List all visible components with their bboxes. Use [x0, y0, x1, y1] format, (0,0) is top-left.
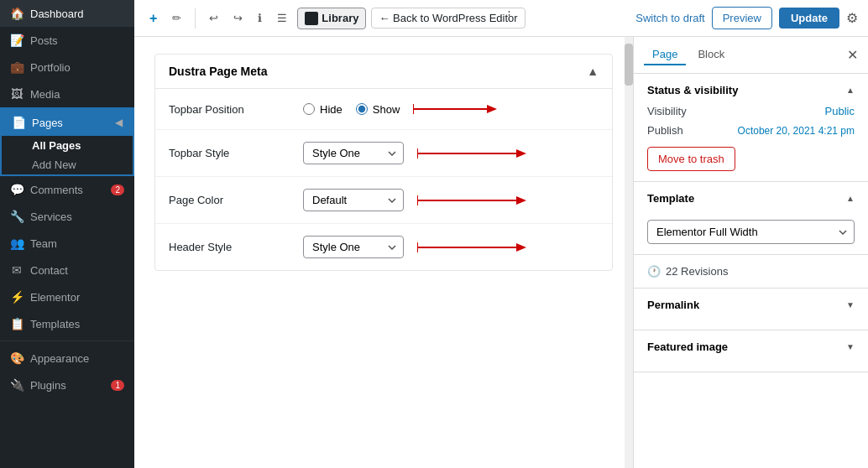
sidebar-item-pages[interactable]: 📄 Pages ◀	[2, 109, 133, 136]
tab-block[interactable]: Block	[689, 44, 733, 65]
sidebar: 🏠 Dashboard 📝 Posts 💼 Portfolio 🖼 Media …	[0, 0, 134, 468]
template-select[interactable]: Elementor Full Width Default Template Fu…	[647, 220, 855, 244]
permalink-header[interactable]: Permalink ▼	[647, 299, 855, 311]
scrollbar-thumb[interactable]	[625, 44, 633, 86]
sidebar-item-services[interactable]: 🔧 Services	[0, 203, 134, 230]
redo-button[interactable]: ↪	[228, 8, 248, 28]
chevron-up-icon: ▲	[846, 86, 855, 95]
sidebar-item-comments[interactable]: 💬 Comments 2	[0, 176, 134, 203]
gear-icon: ⚙	[846, 11, 858, 25]
meta-section: Dustra Page Meta ▲ Topbar Position Hide	[154, 54, 613, 271]
undo-button[interactable]: ↩	[204, 8, 223, 28]
svg-marker-8	[516, 196, 526, 205]
list-icon: ☰	[277, 12, 287, 24]
settings-button[interactable]: ⚙	[846, 10, 858, 26]
radio-hide[interactable]: Hide	[303, 103, 342, 116]
panel-header: Page Block ✕	[634, 37, 868, 74]
sidebar-item-team[interactable]: 👥 Team	[0, 230, 134, 257]
dashboard-icon: 🏠	[10, 7, 24, 20]
add-block-button[interactable]: +	[144, 8, 162, 29]
revisions-clock-icon: 🕐	[647, 265, 661, 278]
tab-page[interactable]: Page	[644, 44, 686, 65]
library-button[interactable]: Library	[297, 8, 366, 29]
status-visibility-header[interactable]: Status & visibility ▲	[647, 84, 855, 96]
edit-button[interactable]: ✏	[167, 8, 186, 28]
scrollbar-track[interactable]	[625, 37, 633, 468]
page-color-select[interactable]: Default Dark Light	[303, 189, 404, 211]
plugins-icon: 🔌	[10, 378, 24, 392]
preview-button[interactable]: Preview	[712, 7, 772, 29]
template-header[interactable]: Template ▲	[647, 192, 855, 205]
visibility-label: Visibility	[647, 105, 687, 117]
svg-marker-1	[487, 105, 497, 113]
library-label: Library	[322, 12, 358, 24]
sidebar-item-templates[interactable]: 📋 Templates	[0, 310, 134, 337]
revisions-row[interactable]: 🕐 22 Revisions	[647, 265, 855, 278]
annotation-arrow-page-color	[417, 192, 526, 209]
meta-collapse-icon[interactable]: ▲	[587, 65, 599, 78]
radio-show-input[interactable]	[356, 103, 368, 115]
update-button[interactable]: Update	[779, 8, 839, 29]
move-to-trash-label: Move to trash	[658, 153, 724, 165]
topbar-position-row: Topbar Position Hide Show	[155, 89, 612, 130]
status-visibility-section: Status & visibility ▲ Visibility Public …	[634, 74, 868, 182]
redo-icon: ↪	[233, 12, 243, 24]
sidebar-sub-add-new[interactable]: Add New	[2, 155, 133, 174]
list-view-button[interactable]: ☰	[272, 8, 292, 28]
permalink-section: Permalink ▼	[634, 289, 868, 330]
publish-label: Publish	[647, 124, 683, 137]
panel-close-button[interactable]: ✕	[847, 47, 858, 63]
radio-group-topbar: Hide Show	[303, 103, 400, 116]
sidebar-label-comments: Comments	[30, 184, 83, 196]
edit-icon: ✏	[172, 12, 181, 24]
sidebar-item-plugins[interactable]: 🔌 Plugins 1	[0, 372, 134, 398]
sidebar-item-elementor[interactable]: ⚡ Elementor	[0, 283, 134, 310]
show-label: Show	[373, 103, 400, 116]
templates-icon: 📋	[10, 317, 24, 330]
meta-section-title: Dustra Page Meta	[169, 65, 267, 78]
publish-value[interactable]: October 20, 2021 4:21 pm	[738, 125, 855, 137]
sidebar-label-templates: Templates	[30, 318, 80, 330]
info-button[interactable]: ℹ	[253, 8, 267, 28]
radio-show[interactable]: Show	[356, 103, 400, 116]
pages-icon: 📄	[12, 116, 25, 129]
annotation-arrow-header-style	[417, 239, 526, 256]
featured-image-header[interactable]: Featured image ▼	[647, 341, 855, 353]
update-label: Update	[791, 12, 828, 24]
add-new-label: Add New	[32, 159, 76, 171]
move-to-trash-button[interactable]: Move to trash	[647, 147, 735, 171]
toolbar-right: Switch to draft Preview Update ⚙	[635, 7, 858, 29]
annotation-arrow-topbar-style	[417, 145, 526, 162]
topbar-style-select[interactable]: Style One Style Two Style Three	[303, 142, 404, 164]
team-icon: 👥	[10, 237, 24, 250]
svg-marker-5	[516, 149, 526, 158]
info-icon: ℹ	[258, 12, 262, 24]
sidebar-item-contact[interactable]: ✉ Contact	[0, 257, 134, 283]
page-color-row: Page Color Default Dark Light	[155, 177, 612, 224]
sidebar-sub-all-pages[interactable]: All Pages	[2, 136, 133, 155]
header-style-select[interactable]: Style One Style Two Style Three	[303, 236, 404, 258]
contact-icon: ✉	[10, 263, 24, 277]
status-visibility-label: Status & visibility	[647, 84, 738, 96]
undo-icon: ↩	[209, 12, 218, 24]
publish-row: Publish October 20, 2021 4:21 pm	[647, 124, 855, 137]
switch-to-draft-button[interactable]: Switch to draft	[635, 12, 704, 24]
page-color-control: Default Dark Light	[303, 189, 526, 211]
right-panel: Page Block ✕ Status & visibility ▲ Visib…	[633, 37, 868, 468]
sidebar-item-posts[interactable]: 📝 Posts	[0, 27, 134, 54]
sidebar-label-dashboard: Dashboard	[30, 8, 84, 20]
back-to-wp-editor-button[interactable]: ← Back to WordPress Editor	[371, 8, 525, 29]
radio-hide-input[interactable]	[303, 103, 315, 115]
panel-body: Status & visibility ▲ Visibility Public …	[634, 74, 868, 468]
services-icon: 🔧	[10, 210, 24, 223]
topbar-position-control: Hide Show	[303, 101, 497, 117]
toolbar-separator-1	[195, 8, 196, 29]
sidebar-label-contact: Contact	[30, 264, 68, 277]
sidebar-item-dashboard[interactable]: 🏠 Dashboard	[0, 0, 134, 27]
featured-image-chevron-icon: ▼	[846, 342, 855, 351]
sidebar-item-appearance[interactable]: 🎨 Appearance	[0, 345, 134, 372]
visibility-value[interactable]: Public	[825, 105, 855, 117]
sidebar-item-media[interactable]: 🖼 Media	[0, 81, 134, 107]
sidebar-item-portfolio[interactable]: 💼 Portfolio	[0, 54, 134, 81]
library-block-icon	[305, 12, 318, 25]
